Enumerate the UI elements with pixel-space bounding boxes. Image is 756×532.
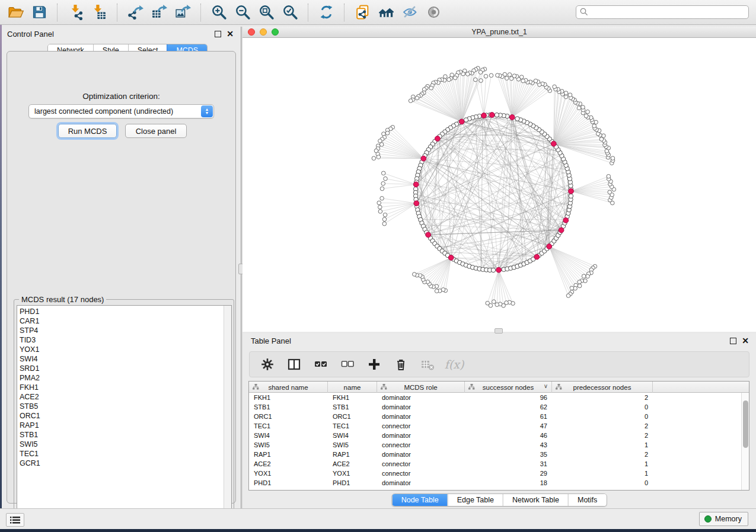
mcds-result-item[interactable]: TID3 (20, 335, 224, 345)
export-table-button[interactable] (147, 2, 171, 23)
mcds-node[interactable] (551, 141, 556, 146)
column-header-predecessor-nodes[interactable]: predecessor nodes (552, 382, 653, 393)
mcds-result-list[interactable]: PHD1CAR1STP4TID3YOX1SWI4SRD1PMA2FKH1ACE2… (17, 305, 232, 517)
tab-network-table[interactable]: Network Table (503, 494, 568, 506)
close-icon[interactable]: ✕ (227, 31, 234, 37)
run-mcds-button[interactable]: Run MCDS (58, 124, 117, 138)
table-row[interactable]: SWI4SWI4dominator462 (249, 431, 741, 440)
memory-status-icon (704, 515, 712, 523)
tab-motifs[interactable]: Motifs (568, 494, 606, 506)
mcds-node[interactable] (489, 113, 495, 118)
split-panel-button[interactable] (286, 355, 302, 373)
mcds-node[interactable] (435, 136, 440, 142)
export-image-button[interactable] (171, 2, 194, 23)
mcds-result-item[interactable]: SWI4 (20, 354, 224, 364)
close-panel-button[interactable]: Close panel (125, 124, 187, 138)
mcds-result-scrollbar[interactable] (224, 306, 231, 517)
table-scrollbar[interactable] (741, 393, 749, 490)
task-history-button[interactable] (6, 513, 24, 527)
select-all-button[interactable] (312, 355, 329, 373)
mcds-node[interactable] (534, 254, 540, 259)
criterion-dropdown[interactable]: largest connected component (undirected)… (28, 104, 214, 118)
mcds-result-item[interactable]: STB1 (20, 430, 224, 440)
table-row[interactable]: FKH1FKH1dominator962 (249, 393, 741, 402)
mcds-node[interactable] (496, 267, 502, 273)
table-row[interactable]: PHD1PHD1dominator180 (249, 478, 741, 488)
mcds-node[interactable] (563, 218, 569, 223)
mcds-result-item[interactable]: RAP1 (20, 421, 224, 430)
table-row[interactable]: RAP1RAP1dominator352 (249, 450, 741, 459)
mcds-result-item[interactable]: TEC1 (20, 449, 224, 459)
zoom-out-button[interactable] (231, 2, 254, 23)
table-panel-title: Table Panel (243, 336, 291, 345)
float-icon[interactable] (730, 338, 736, 344)
mcds-result-item[interactable]: PHD1 (20, 307, 224, 316)
mcds-result-item[interactable]: PMA2 (20, 373, 224, 383)
mcds-node[interactable] (413, 182, 419, 187)
mcds-node[interactable] (481, 113, 487, 118)
table-row[interactable]: TEC1TEC1connector472 (249, 421, 741, 431)
cell-successor-nodes: 62 (465, 403, 552, 411)
column-header-name[interactable]: name (328, 382, 377, 393)
mcds-result-item[interactable]: SWI5 (20, 440, 224, 449)
mcds-node[interactable] (421, 156, 426, 161)
clone-network-button[interactable] (350, 2, 374, 23)
add-column-button[interactable] (366, 355, 382, 373)
network-view-titlebar[interactable]: YPA_prune.txt_1 (243, 27, 756, 38)
table-row[interactable]: YOX1YOX1connector291 (249, 469, 741, 478)
mcds-node[interactable] (414, 201, 419, 206)
mcds-result-item[interactable]: STP4 (20, 326, 224, 335)
import-table-button[interactable] (87, 2, 111, 23)
mcds-node[interactable] (509, 115, 515, 120)
column-header-successor-nodes[interactable]: successor nodes∨ (465, 382, 552, 393)
show-details-button[interactable] (422, 2, 445, 23)
table-row[interactable]: ACE2ACE2connector311 (249, 459, 741, 469)
network-canvas[interactable] (243, 38, 756, 332)
refresh-layout-button[interactable] (314, 2, 338, 23)
network-node[interactable] (495, 113, 499, 117)
mcds-result-item[interactable]: GCR1 (20, 459, 224, 468)
mcds-result-item[interactable]: FKH1 (20, 383, 224, 392)
mcds-result-item[interactable]: STB5 (20, 402, 224, 411)
open-session-button[interactable] (4, 2, 27, 23)
network-overview-button[interactable] (374, 2, 398, 23)
import-network-button[interactable] (63, 2, 87, 23)
hide-details-button[interactable] (398, 2, 422, 23)
float-icon[interactable] (215, 31, 221, 37)
memory-button[interactable]: Memory (699, 512, 748, 526)
mcds-node[interactable] (459, 119, 464, 124)
search-input[interactable] (576, 5, 749, 19)
mcds-result-item[interactable]: CAR1 (20, 316, 224, 326)
mcds-result-item[interactable]: YOX1 (20, 345, 224, 354)
tab-node-table[interactable]: Node Table (393, 494, 448, 506)
deselect-all-button[interactable] (339, 355, 356, 373)
network-node[interactable] (569, 194, 573, 198)
zoom-selected-button[interactable] (278, 2, 302, 23)
zoom-fit-button[interactable] (254, 2, 278, 23)
mcds-node[interactable] (448, 255, 454, 261)
delete-column-button[interactable] (393, 355, 409, 373)
network-node[interactable] (491, 268, 495, 272)
table-scrollbar-thumb[interactable] (743, 400, 748, 448)
table-row[interactable]: SWI5SWI5connector431 (249, 440, 741, 450)
table-row[interactable]: STB1STB1dominator620 (249, 402, 741, 412)
save-session-button[interactable] (27, 2, 51, 23)
mcds-node[interactable] (547, 244, 552, 249)
cell-name: ORC1 (328, 413, 377, 420)
column-header-shared-name[interactable]: shared name (249, 382, 328, 393)
mcds-node[interactable] (559, 227, 564, 233)
mcds-node[interactable] (569, 188, 574, 194)
horizontal-splitter-handle[interactable] (495, 328, 503, 334)
zoom-in-button[interactable] (207, 2, 231, 23)
settings-gear-button[interactable] (259, 355, 276, 373)
column-header-MCDS-role[interactable]: MCDS role (377, 382, 465, 393)
mcds-node[interactable] (426, 232, 431, 238)
export-network-button[interactable] (123, 2, 147, 23)
table-row[interactable]: ORC1ORC1dominator610 (249, 412, 741, 421)
close-icon[interactable]: ✕ (742, 338, 749, 344)
mcds-result-item[interactable]: ACE2 (20, 392, 224, 402)
network-node[interactable] (515, 117, 519, 121)
tab-edge-table[interactable]: Edge Table (448, 494, 503, 506)
mcds-result-item[interactable]: SRD1 (20, 364, 224, 373)
mcds-result-item[interactable]: ORC1 (20, 411, 224, 421)
